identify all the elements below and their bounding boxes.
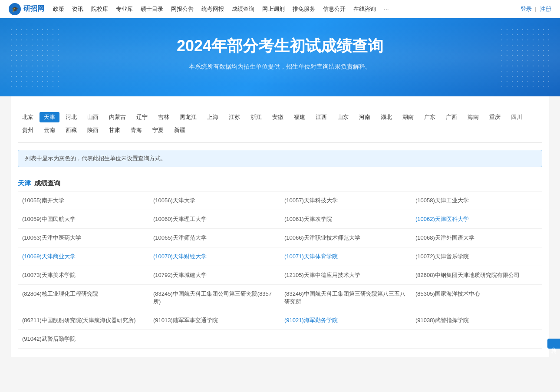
university-link[interactable]: (10070)天津财经大学: [153, 253, 207, 260]
province-吉林[interactable]: 吉林: [154, 112, 174, 122]
table-cell: (10792)天津城建大学: [149, 266, 280, 285]
table-cell: (83246)中国航天科工集团第三研究院第八三五八研究所: [280, 285, 411, 311]
university-link[interactable]: (10062)天津医科大学: [415, 216, 469, 222]
province-广东[interactable]: 广东: [420, 112, 440, 122]
province-江西[interactable]: 江西: [311, 112, 331, 122]
table-cell: (10065)天津师范大学: [149, 229, 280, 247]
table-cell: (85305)国家海洋技术中心: [411, 285, 542, 311]
province-安徽[interactable]: 安徽: [268, 112, 288, 122]
province-福建[interactable]: 福建: [290, 112, 310, 122]
main-nav: 政策 资讯 院校库 专业库 硕士目录 网报公告 统考网报 成绩查询 网上调剂 推…: [53, 5, 520, 13]
table-cell: (10056)天津大学: [149, 191, 280, 210]
province-天津[interactable]: 天津: [40, 112, 59, 122]
province-海南[interactable]: 海南: [463, 112, 483, 122]
province-云南[interactable]: 云南: [40, 125, 59, 135]
nav-separator: |: [535, 6, 537, 12]
info-text: 列表中显示为灰色的，代表此招生单位未设置查询方式。: [25, 155, 166, 161]
province-内蒙古[interactable]: 内蒙古: [105, 112, 130, 122]
province-河南[interactable]: 河南: [355, 112, 375, 122]
university-table: (10055)南开大学(10056)天津大学(10057)天津科技大学(1005…: [18, 191, 542, 349]
province-山东[interactable]: 山东: [333, 112, 353, 122]
province-北京[interactable]: 北京: [18, 112, 38, 122]
table-cell: (82608)中钢集团天津地质研究院有限公司: [411, 266, 542, 285]
nav-exempt[interactable]: 推免服务: [293, 5, 315, 13]
table-cell: [411, 330, 542, 349]
table-row: (91042)武警后勤学院: [18, 330, 542, 349]
table-cell: [280, 330, 411, 349]
nav-news[interactable]: 资讯: [72, 5, 83, 13]
nav-policy[interactable]: 政策: [53, 5, 64, 13]
login-link[interactable]: 登录: [520, 5, 532, 13]
province-湖南[interactable]: 湖南: [398, 112, 418, 122]
table-cell[interactable]: (10070)天津财经大学: [149, 247, 280, 266]
province-新疆[interactable]: 新疆: [170, 125, 190, 135]
province-上海[interactable]: 上海: [203, 112, 223, 122]
section-label: 成绩查询: [34, 179, 60, 187]
table-cell: (10059)中国民航大学: [18, 210, 149, 229]
table-cell: (12105)天津中德应用技术大学: [280, 266, 411, 285]
province-青海[interactable]: 青海: [126, 125, 146, 135]
table-cell: (91042)武警后勤学院: [18, 330, 149, 349]
nav-majors[interactable]: 专业库: [116, 5, 133, 13]
nav-right: 登录 | 注册: [520, 5, 551, 13]
table-cell: (86211)中国舰船研究院(天津航海仪器研究所): [18, 311, 149, 330]
logo-icon: 🎓: [9, 3, 21, 15]
university-link[interactable]: (91021)海军勤务学院: [284, 317, 338, 323]
main-content: 北京天津河北山西内蒙古辽宁吉林黑龙江上海江苏浙江安徽福建江西山东河南湖北湖南广东…: [11, 96, 549, 357]
province-tabs: 北京天津河北山西内蒙古辽宁吉林黑龙江上海江苏浙江安徽福建江西山东河南湖北湖南广东…: [18, 105, 542, 143]
university-link[interactable]: (10071)天津体育学院: [284, 253, 338, 260]
nav-score[interactable]: 成绩查询: [232, 5, 254, 13]
nav-consult[interactable]: 在线咨询: [353, 5, 376, 13]
table-row: (10073)天津美术学院(10792)天津城建大学(12105)天津中德应用技…: [18, 266, 542, 285]
nav-more[interactable]: ···: [384, 6, 389, 13]
table-row: (10055)南开大学(10056)天津大学(10057)天津科技大学(1005…: [18, 191, 542, 210]
table-cell[interactable]: (10062)天津医科大学: [411, 210, 542, 229]
float-button[interactable]: 激 转: [547, 339, 560, 349]
info-box: 列表中显示为灰色的，代表此招生单位未设置查询方式。: [18, 150, 542, 167]
province-四川[interactable]: 四川: [507, 112, 527, 122]
table-cell[interactable]: (10069)天津商业大学: [18, 247, 149, 266]
nav-info[interactable]: 信息公开: [323, 5, 346, 13]
nav-report[interactable]: 统考网报: [201, 5, 224, 13]
banner-subtitle: 本系统所有数据均为招生单位提供，招生单位对查询结果负责解释。: [9, 63, 551, 71]
province-辽宁[interactable]: 辽宁: [132, 112, 152, 122]
table-cell: (10057)天津科技大学: [280, 191, 411, 210]
province-河北[interactable]: 河北: [61, 112, 81, 122]
province-宁夏[interactable]: 宁夏: [148, 125, 168, 135]
table-cell[interactable]: (10071)天津体育学院: [280, 247, 411, 266]
table-cell: [149, 330, 280, 349]
section-region: 天津: [18, 179, 31, 187]
register-link[interactable]: 注册: [540, 5, 551, 13]
logo-text: 研招网: [23, 4, 44, 13]
logo[interactable]: 🎓 研招网: [9, 3, 44, 15]
table-cell: (10063)天津中医药大学: [18, 229, 149, 247]
table-row: (10063)天津中医药大学(10065)天津师范大学(10066)天津职业技术…: [18, 229, 542, 247]
province-西藏[interactable]: 西藏: [61, 125, 81, 135]
nav-adjust[interactable]: 网上调剂: [262, 5, 285, 13]
table-cell: (10073)天津美术学院: [18, 266, 149, 285]
province-重庆[interactable]: 重庆: [485, 112, 505, 122]
banner: 2024年部分考生初试成绩查询 本系统所有数据均为招生单位提供，招生单位对查询结…: [0, 18, 560, 96]
table-cell: (10066)天津职业技术师范大学: [280, 229, 411, 247]
province-陕西[interactable]: 陕西: [83, 125, 103, 135]
main-container: 北京天津河北山西内蒙古辽宁吉林黑龙江上海江苏浙江安徽福建江西山东河南湖北湖南广东…: [11, 96, 549, 357]
province-广西[interactable]: 广西: [441, 112, 461, 122]
province-甘肃[interactable]: 甘肃: [105, 125, 125, 135]
province-黑龙江[interactable]: 黑龙江: [175, 112, 201, 122]
province-浙江[interactable]: 浙江: [246, 112, 266, 122]
header: 🎓 研招网 政策 资讯 院校库 专业库 硕士目录 网报公告 统考网报 成绩查询 …: [0, 0, 560, 18]
province-山西[interactable]: 山西: [83, 112, 103, 122]
university-link[interactable]: (10069)天津商业大学: [22, 253, 76, 260]
nav-notice[interactable]: 网报公告: [171, 5, 194, 13]
province-江苏[interactable]: 江苏: [224, 112, 244, 122]
province-湖北[interactable]: 湖北: [376, 112, 396, 122]
table-cell: (10061)天津农学院: [280, 210, 411, 229]
table-row: (10059)中国民航大学(10060)天津理工大学(10061)天津农学院(1…: [18, 210, 542, 229]
table-cell[interactable]: (91021)海军勤务学院: [280, 311, 411, 330]
table-cell: (83245)中国航天科工集团公司第三研究院(8357所): [149, 285, 280, 311]
province-贵州[interactable]: 贵州: [18, 125, 38, 135]
nav-catalog[interactable]: 硕士目录: [141, 5, 163, 13]
table-cell: (82804)核工业理化工程研究院: [18, 285, 149, 311]
table-row: (86211)中国舰船研究院(天津航海仪器研究所)(91013)陆军军事交通学院…: [18, 311, 542, 330]
nav-schools[interactable]: 院校库: [91, 5, 108, 13]
